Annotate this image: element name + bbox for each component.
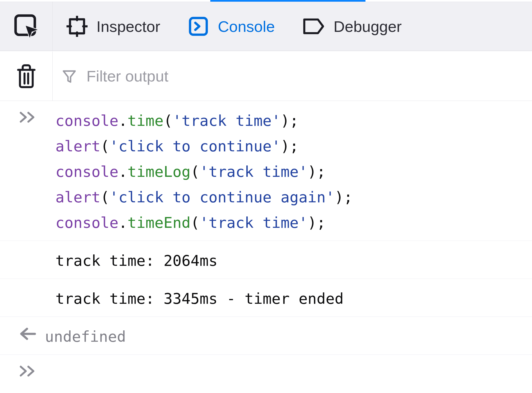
pick-element-icon <box>13 13 40 40</box>
code-token: alert <box>55 137 101 155</box>
code-token: ); <box>335 188 353 206</box>
code-token: 'track time' <box>200 214 308 231</box>
tab-console[interactable]: Console <box>174 2 288 51</box>
log-gutter <box>0 246 55 250</box>
code-token: console <box>55 163 119 180</box>
code-token: console <box>55 112 119 129</box>
inspector-icon <box>66 16 88 37</box>
return-arrow-icon <box>19 326 36 341</box>
console-icon <box>188 16 209 37</box>
console-output: console.time('track time'); alert('click… <box>0 101 532 393</box>
clear-console-button[interactable] <box>0 52 53 101</box>
code-token: ( <box>163 112 173 129</box>
code-token: ( <box>101 188 110 206</box>
console-input-empty[interactable] <box>55 360 532 362</box>
code-token: ( <box>101 137 110 155</box>
input-chevrons-icon <box>19 110 37 124</box>
code-token: . <box>119 163 128 180</box>
code-token: time <box>127 112 163 129</box>
code-token: 'click to continue again' <box>109 188 335 206</box>
console-input-code[interactable]: console.time('track time'); alert('click… <box>55 106 532 236</box>
code-token: ( <box>191 214 200 231</box>
input-chevrons-icon <box>19 364 37 378</box>
code-token: . <box>119 214 128 231</box>
console-result-text: undefined <box>45 322 532 349</box>
console-log-text: track time: 2064ms <box>55 246 532 274</box>
code-token: timeLog <box>127 163 191 180</box>
filter-icon-wrap <box>53 68 86 84</box>
filter-input[interactable] <box>86 67 532 85</box>
console-log-text: track time: 3345ms - timer ended <box>55 284 532 312</box>
console-log-row: track time: 2064ms <box>0 241 532 279</box>
tab-debugger[interactable]: Debugger <box>289 2 416 51</box>
input-prompt-gutter <box>0 360 55 378</box>
code-token: 'click to continue' <box>109 137 281 155</box>
console-log-row: track time: 3345ms - timer ended <box>0 279 532 317</box>
code-token: alert <box>55 188 101 206</box>
code-token: . <box>119 112 128 129</box>
console-filter-row <box>0 52 532 101</box>
console-prompt-row[interactable] <box>0 355 532 383</box>
funnel-icon <box>62 68 77 84</box>
code-token: console <box>55 214 119 231</box>
tab-inspector[interactable]: Inspector <box>53 2 174 51</box>
code-token: 'track time' <box>173 112 281 129</box>
code-token: ); <box>308 214 326 231</box>
code-token: ); <box>308 163 326 180</box>
code-token: timeEnd <box>127 214 191 231</box>
svg-rect-1 <box>70 19 84 34</box>
tab-console-label: Console <box>218 17 275 35</box>
code-token: 'track time' <box>200 163 308 180</box>
trash-icon <box>15 63 37 89</box>
tab-inspector-label: Inspector <box>96 17 160 35</box>
devtools-toolbar: Inspector Console Debugger <box>0 2 532 51</box>
tab-debugger-label: Debugger <box>334 17 402 35</box>
pick-element-button[interactable] <box>0 2 53 51</box>
console-result-row: undefined <box>0 317 532 355</box>
code-token: ); <box>281 112 299 129</box>
code-token: ( <box>191 163 200 180</box>
code-token: ); <box>281 137 299 155</box>
console-input-row: console.time('track time'); alert('click… <box>0 101 532 241</box>
input-prompt-gutter <box>0 106 55 124</box>
debugger-icon <box>303 17 325 35</box>
log-gutter <box>0 284 55 288</box>
